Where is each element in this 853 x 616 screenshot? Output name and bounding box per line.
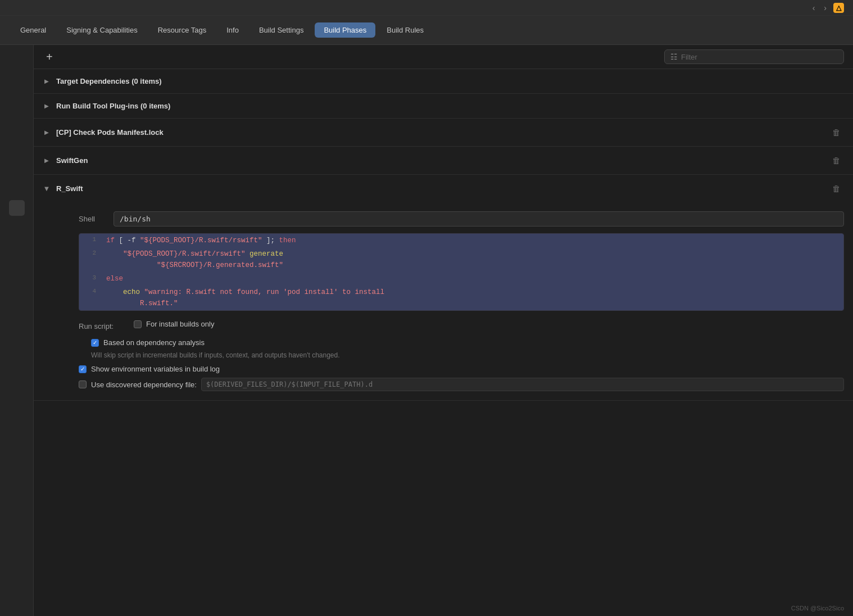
- shell-row: Shell: [79, 211, 844, 227]
- filter-box: ☷: [664, 49, 844, 64]
- section-swiftgen[interactable]: ► SwiftGen 🗑: [34, 147, 853, 175]
- install-builds-checkbox[interactable]: [134, 320, 142, 328]
- filter-input[interactable]: [681, 53, 838, 61]
- watermark: CSDN @Sico2Sico: [791, 605, 844, 612]
- filter-icon: ☷: [670, 52, 678, 61]
- section-target-dependencies-title: Target Dependencies (0 items): [56, 77, 162, 85]
- chevron-right-icon: ►: [43, 77, 51, 85]
- shell-label: Shell: [79, 215, 107, 223]
- tab-resource-tags[interactable]: Resource Tags: [149, 22, 215, 38]
- section-run-build-tool[interactable]: ► Run Build Tool Plug-ins (0 items): [34, 94, 853, 119]
- code-line-4: 4 echo "warning: R.swift not found, run …: [79, 286, 843, 310]
- dependency-hint-text: Will skip script in incremental builds i…: [91, 351, 844, 359]
- dependency-analysis-label: Based on dependency analysis: [103, 338, 205, 347]
- code-content-1: if [ -f "${PODS_ROOT}/R.swift/rswift" ];…: [102, 234, 843, 247]
- tab-signing[interactable]: Signing & Capabilities: [57, 22, 146, 38]
- show-env-vars-row: ✓ Show environment variables in build lo…: [79, 365, 844, 373]
- chevron-down-icon: ▼: [43, 184, 51, 193]
- code-editor[interactable]: 1 if [ -f "${PODS_ROOT}/R.swift/rswift" …: [79, 233, 844, 311]
- tab-build-rules[interactable]: Build Rules: [378, 22, 433, 38]
- rswift-header[interactable]: ▼ R_Swift 🗑: [34, 175, 853, 202]
- rswift-script-area: Shell 1 if [ -f "${PODS_ROOT}/R.swift/rs…: [34, 202, 853, 400]
- section-run-build-tool-title: Run Build Tool Plug-ins (0 items): [56, 102, 170, 110]
- install-builds-row: For install builds only: [134, 320, 214, 328]
- section-rswift: ▼ R_Swift 🗑 Shell 1 if [ -f "${PODS_ROOT…: [34, 175, 853, 401]
- code-line-2: 2 "${PODS_ROOT}/R.swift/rswift" generate…: [79, 247, 843, 272]
- add-phase-button[interactable]: +: [43, 50, 56, 64]
- code-line-1: 1 if [ -f "${PODS_ROOT}/R.swift/rswift" …: [79, 234, 843, 247]
- toolbar: + ☷: [34, 45, 853, 69]
- tab-build-phases[interactable]: Build Phases: [315, 22, 375, 38]
- chevron-right-icon: ►: [43, 102, 51, 110]
- show-env-vars-checkbox[interactable]: ✓: [79, 365, 87, 373]
- chevron-right-icon: ►: [43, 156, 51, 165]
- code-line-3: 3 else: [79, 272, 843, 286]
- warning-icon: △: [833, 3, 844, 13]
- delete-rswift-button[interactable]: 🗑: [829, 183, 844, 194]
- main-content: + ☷ ► Target Dependencies (0 items) ► Ru…: [0, 45, 853, 616]
- content-panel: + ☷ ► Target Dependencies (0 items) ► Ru…: [34, 45, 853, 616]
- delete-check-pods-button[interactable]: 🗑: [829, 126, 844, 138]
- show-env-vars-label: Show environment variables in build log: [91, 365, 220, 373]
- sidebar-handle[interactable]: [9, 200, 25, 216]
- sidebar: [0, 45, 34, 616]
- dependency-analysis-row: ✓ Based on dependency analysis: [91, 338, 844, 347]
- nav-tabs: General Signing & Capabilities Resource …: [0, 16, 853, 45]
- dep-file-checkbox[interactable]: [79, 381, 87, 388]
- code-content-4: echo "warning: R.swift not found, run 'p…: [102, 286, 843, 310]
- back-arrow-icon[interactable]: ‹: [810, 1, 818, 15]
- dep-file-input[interactable]: [201, 378, 844, 391]
- tab-build-settings[interactable]: Build Settings: [250, 22, 313, 38]
- code-content-3: else: [102, 272, 843, 286]
- section-target-dependencies[interactable]: ► Target Dependencies (0 items): [34, 69, 853, 94]
- run-script-label: Run script:: [79, 322, 129, 330]
- forward-arrow-icon[interactable]: ›: [822, 1, 829, 15]
- tab-general[interactable]: General: [11, 22, 55, 38]
- code-content-2: "${PODS_ROOT}/R.swift/rswift" generate "…: [102, 247, 843, 272]
- section-check-pods-title: [CP] Check Pods Manifest.lock: [56, 128, 164, 137]
- section-swiftgen-title: SwiftGen: [56, 156, 88, 165]
- line-number-3: 3: [79, 272, 102, 284]
- install-builds-label: For install builds only: [146, 320, 214, 328]
- section-check-pods[interactable]: ► [CP] Check Pods Manifest.lock 🗑: [34, 119, 853, 147]
- line-number-1: 1: [79, 234, 102, 246]
- dep-file-label: Use discovered dependency file:: [91, 381, 197, 389]
- delete-swiftgen-button[interactable]: 🗑: [829, 155, 844, 166]
- line-number-4: 4: [79, 286, 102, 298]
- shell-input[interactable]: [114, 211, 844, 227]
- dep-file-row: Use discovered dependency file:: [79, 378, 844, 391]
- line-number-2: 2: [79, 247, 102, 260]
- rswift-title: R_Swift: [56, 184, 83, 193]
- tab-info[interactable]: Info: [217, 22, 248, 38]
- run-script-row: Run script: For install builds only: [79, 320, 844, 333]
- chevron-right-icon: ►: [43, 128, 51, 137]
- dependency-analysis-checkbox[interactable]: ✓: [91, 339, 99, 347]
